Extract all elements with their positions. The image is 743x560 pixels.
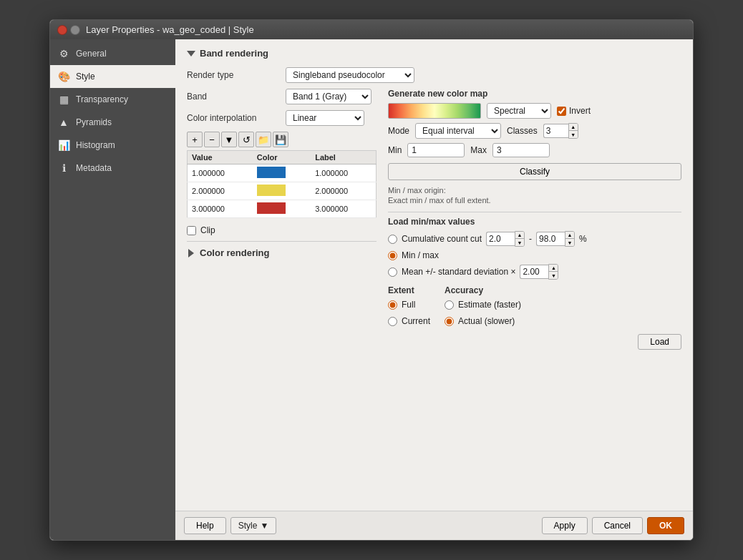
- mode-row: Mode Equal interval Classes ▲ ▼: [388, 123, 681, 139]
- clip-checkbox[interactable]: [187, 226, 196, 235]
- clip-label: Clip: [200, 225, 215, 235]
- ok-button[interactable]: OK: [647, 517, 684, 534]
- color-map-title: Generate new color map: [388, 89, 681, 99]
- cumulative-min-arrows: ▲ ▼: [515, 231, 525, 247]
- cell-label-2[interactable]: 2.000000: [311, 182, 376, 200]
- col-color-header: Color: [253, 151, 311, 164]
- min-label: Min: [388, 145, 402, 155]
- collapse-icon[interactable]: [187, 51, 195, 57]
- window-title: Layer Properties - wa_geo_coded | Style: [86, 24, 254, 35]
- color-interp-select[interactable]: Linear: [286, 110, 364, 126]
- metadata-icon: ℹ: [57, 162, 70, 175]
- style-label: Style: [238, 521, 258, 531]
- classes-input[interactable]: [543, 124, 568, 138]
- band-row: Band Band 1 (Gray): [187, 89, 377, 104]
- estimate-label: Estimate (faster): [458, 300, 521, 310]
- minmax-radio[interactable]: [388, 251, 397, 260]
- sidebar-item-transparency[interactable]: ▦ Transparency: [50, 88, 175, 111]
- extent-accuracy-row: Extent Full Current: [388, 285, 681, 330]
- sidebar-item-histogram[interactable]: 📊 Histogram: [50, 134, 175, 157]
- title-bar: Layer Properties - wa_geo_coded | Style: [50, 20, 693, 39]
- sidebar-item-metadata[interactable]: ℹ Metadata: [50, 157, 175, 180]
- full-radio[interactable]: [388, 300, 397, 310]
- sidebar-label-general: General: [76, 49, 107, 59]
- content-area: Band rendering Render type Singleband ps…: [175, 39, 693, 511]
- cumulative-radio[interactable]: [388, 235, 397, 244]
- cell-value-3[interactable]: 3.000000: [188, 200, 253, 218]
- mean-radio[interactable]: [388, 267, 397, 277]
- close-button[interactable]: [57, 25, 67, 35]
- color-gradient[interactable]: [388, 103, 481, 119]
- color-rendering-collapse-icon[interactable]: [188, 249, 194, 257]
- remove-row-button[interactable]: −: [204, 132, 220, 147]
- cumulative-min-down[interactable]: ▼: [515, 239, 524, 246]
- table-row: 2.000000 2.000000: [188, 182, 377, 200]
- max-input[interactable]: [492, 143, 550, 157]
- max-label: Max: [470, 145, 487, 155]
- style-dropdown-button[interactable]: Style ▼: [230, 517, 277, 534]
- classes-spin-up[interactable]: ▲: [569, 124, 578, 131]
- cancel-button[interactable]: Cancel: [592, 517, 643, 534]
- cell-value-2[interactable]: 2.000000: [188, 182, 253, 200]
- estimate-radio[interactable]: [445, 300, 454, 310]
- load-file-button[interactable]: 📁: [256, 132, 271, 147]
- classify-button[interactable]: Classify: [388, 163, 681, 180]
- cell-label-1[interactable]: 1.000000: [311, 164, 376, 182]
- cumulative-max-input[interactable]: [536, 232, 565, 246]
- sidebar-item-general[interactable]: ⚙ General: [50, 42, 175, 65]
- general-icon: ⚙: [57, 47, 70, 60]
- full-radio-row: Full: [388, 300, 430, 310]
- cumulative-label: Cumulative count cut: [402, 234, 482, 244]
- render-type-select[interactable]: Singleband pseudocolor: [286, 67, 414, 83]
- render-type-row: Render type Singleband pseudocolor: [187, 67, 681, 83]
- band-select[interactable]: Band 1 (Gray): [286, 89, 372, 104]
- refresh-button[interactable]: ↺: [238, 132, 254, 147]
- color-rendering-title: Color rendering: [200, 247, 270, 258]
- move-down-button[interactable]: ▼: [221, 132, 237, 147]
- min-input[interactable]: [407, 143, 465, 157]
- cumulative-max-down[interactable]: ▼: [565, 239, 574, 246]
- full-label: Full: [402, 300, 415, 310]
- cell-color-3[interactable]: [253, 200, 311, 218]
- cell-label-3[interactable]: 3.000000: [311, 200, 376, 218]
- cumulative-min-input[interactable]: [486, 232, 515, 246]
- percent-label: %: [579, 234, 587, 244]
- cumulative-row: Cumulative count cut ▲ ▼ -: [388, 231, 681, 247]
- mean-spin-down[interactable]: ▼: [549, 272, 558, 279]
- actual-radio[interactable]: [445, 317, 454, 326]
- invert-label: Invert: [569, 106, 591, 116]
- apply-button[interactable]: Apply: [542, 517, 588, 534]
- classes-spin-down[interactable]: ▼: [569, 131, 578, 138]
- table-row: 3.000000 3.000000: [188, 200, 377, 218]
- add-row-button[interactable]: +: [187, 132, 203, 147]
- invert-checkbox[interactable]: [557, 107, 566, 116]
- current-radio[interactable]: [388, 317, 397, 326]
- col-label-header: Label: [311, 151, 376, 164]
- load-button[interactable]: Load: [638, 334, 681, 350]
- color-rendering-section: Color rendering: [187, 241, 377, 258]
- minimize-button[interactable]: [70, 25, 80, 35]
- mode-select[interactable]: Equal interval: [415, 123, 501, 139]
- split-layout: Band Band 1 (Gray) Color interpolation L…: [187, 89, 681, 357]
- help-button[interactable]: Help: [184, 517, 226, 534]
- cumulative-min-up[interactable]: ▲: [515, 232, 524, 239]
- mean-input[interactable]: [520, 265, 548, 279]
- clip-row: Clip: [187, 225, 377, 235]
- cell-color-2[interactable]: [253, 182, 311, 200]
- save-file-button[interactable]: 💾: [273, 132, 288, 147]
- origin-label: Min / max origin:: [388, 186, 681, 195]
- sidebar: ⚙ General 🎨 Style ▦ Transparency ▲ Pyram…: [50, 39, 175, 540]
- cell-color-1[interactable]: [253, 164, 311, 182]
- cumulative-min-spinbox: ▲ ▼: [486, 231, 525, 247]
- col-value-header: Value: [188, 151, 253, 164]
- cumulative-max-up[interactable]: ▲: [565, 232, 574, 239]
- accuracy-col: Accuracy Estimate (faster) Actual (slowe…: [445, 285, 521, 330]
- sidebar-item-style[interactable]: 🎨 Style: [50, 65, 175, 88]
- cell-value-1[interactable]: 1.000000: [188, 164, 253, 182]
- sidebar-label-pyramids: Pyramids: [76, 117, 112, 127]
- colormap-select[interactable]: Spectral: [487, 103, 551, 119]
- sidebar-item-pyramids[interactable]: ▲ Pyramids: [50, 111, 175, 134]
- left-panel: Band Band 1 (Gray) Color interpolation L…: [187, 89, 377, 357]
- pyramids-icon: ▲: [57, 116, 70, 129]
- mean-spin-up[interactable]: ▲: [549, 265, 558, 272]
